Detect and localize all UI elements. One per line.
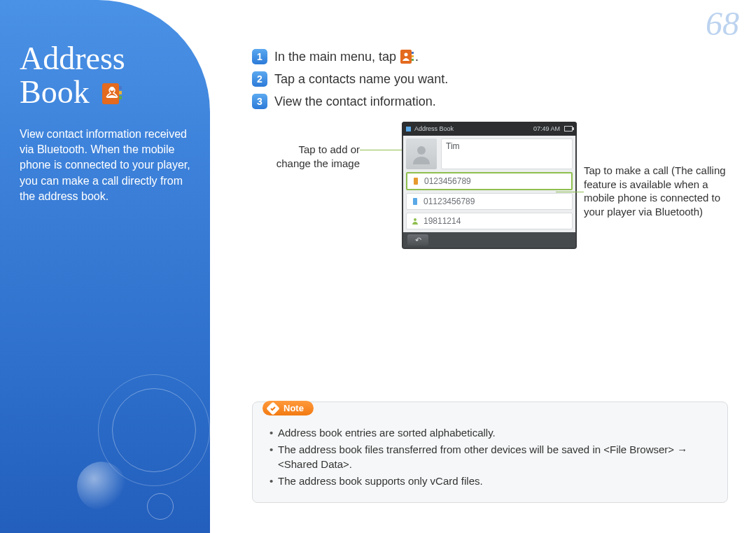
device-time: 07:49 AM [533, 125, 560, 132]
contact-entry-value: 19811214 [424, 216, 461, 226]
svg-point-14 [414, 218, 416, 221]
contact-entry-value: 01123456789 [424, 197, 475, 206]
step-text: Tap a contacts name you want. [274, 72, 448, 87]
callout-line [360, 150, 402, 150]
app-indicator-icon [406, 127, 411, 132]
decor-circle [147, 493, 174, 520]
note-item: The address book supports only vCard fil… [265, 474, 715, 488]
svg-rect-9 [412, 59, 414, 61]
contact-name-field[interactable]: Tim [441, 138, 573, 169]
battery-icon [564, 126, 573, 132]
caption-right: Tap to make a call (The calling feature … [584, 164, 731, 218]
caption-left: Tap to add or change the image [262, 143, 360, 170]
svg-rect-0 [102, 83, 119, 104]
note-box: Note Address book entries are sorted alp… [252, 401, 728, 503]
step-text: In the main menu, tap . [274, 49, 419, 64]
contact-entry[interactable]: 19811214 [406, 213, 573, 229]
step-3: 3 View the contact information. [252, 94, 728, 109]
steps-list: 1 In the main menu, tap . 2 Tap a contac… [252, 49, 728, 109]
decor-circle [77, 462, 126, 511]
person-icon [411, 217, 419, 225]
contact-entry[interactable]: 01123456789 [406, 193, 573, 210]
step-1: 1 In the main menu, tap . [252, 49, 728, 64]
svg-point-10 [405, 53, 408, 57]
person-icon [410, 142, 433, 166]
svg-rect-7 [412, 52, 414, 54]
svg-rect-12 [414, 178, 418, 185]
decor-circle [112, 388, 196, 472]
contact-entry[interactable]: 0123456789 [406, 172, 573, 190]
note-list: Address book entries are sorted alphabet… [265, 426, 715, 488]
mobile-icon [412, 177, 420, 185]
note-badge: Note [262, 401, 314, 415]
main-content: 1 In the main menu, tap . 2 Tap a contac… [252, 49, 728, 503]
avatar[interactable] [406, 138, 437, 169]
step-2: 2 Tap a contacts name you want. [252, 71, 728, 87]
device-footer: ↶ [403, 232, 575, 248]
device-header: Address Book 07:49 AM [402, 122, 577, 136]
step-text: View the contact information. [274, 94, 436, 109]
callout-line [556, 192, 584, 192]
sidebar-description: View contact information received via Bl… [20, 127, 190, 205]
page-number: 68 [706, 4, 739, 43]
address-book-icon [400, 49, 415, 64]
svg-rect-8 [412, 55, 414, 57]
svg-point-11 [417, 146, 426, 155]
step-number-badge: 3 [252, 94, 267, 109]
mobile-icon [411, 197, 419, 206]
note-item: Address book entries are sorted alphabet… [265, 426, 715, 440]
address-book-icon [100, 78, 124, 102]
svg-rect-6 [400, 50, 412, 64]
note-label: Note [284, 403, 304, 413]
device-mock: Address Book 07:49 AM Tim [402, 122, 577, 249]
note-icon [267, 402, 279, 415]
sidebar: Address Book View contact information re… [0, 0, 210, 533]
note-item: The address book files transferred from … [265, 443, 715, 471]
back-button[interactable]: ↶ [407, 234, 428, 246]
svg-rect-3 [119, 91, 122, 94]
title-line2: Book [20, 74, 90, 110]
svg-point-5 [110, 87, 114, 91]
step-number-badge: 2 [252, 71, 267, 87]
device-body: Tim 0123456789 01123456789 19811214 [403, 136, 575, 232]
title-line1: Address [20, 41, 125, 76]
screenshot-area: Tap to add or change the image Address B… [262, 122, 728, 262]
contact-entry-value: 0123456789 [424, 176, 471, 186]
svg-rect-13 [413, 198, 417, 205]
step-number-badge: 1 [252, 49, 267, 64]
svg-rect-4 [119, 96, 122, 99]
svg-rect-2 [119, 86, 122, 90]
device-header-title: Address Book [414, 125, 454, 132]
page-title: Address Book [20, 42, 190, 110]
